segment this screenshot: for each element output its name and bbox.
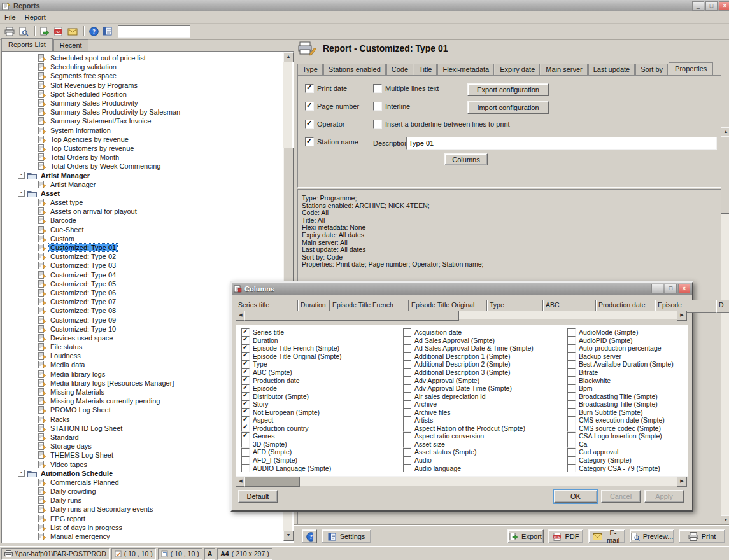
column-option[interactable]: AFD_f (Smpte) — [241, 456, 399, 465]
column-option[interactable]: AUDIO Language (Smpte) — [241, 464, 399, 472]
checkbox[interactable] — [567, 432, 576, 440]
default-button[interactable]: Default — [238, 490, 278, 503]
ok-button[interactable]: OK — [554, 490, 597, 503]
tree-item[interactable]: Barcode — [3, 216, 283, 225]
checkbox[interactable] — [373, 102, 382, 111]
minimize-button[interactable]: _ — [692, 1, 704, 11]
checkbox[interactable] — [403, 368, 411, 377]
checkbox[interactable] — [567, 336, 576, 344]
checkbox[interactable] — [403, 376, 411, 384]
property-option[interactable]: Print date — [305, 80, 359, 97]
dialog-close-button[interactable]: × — [678, 284, 690, 293]
tree-item[interactable]: Scheduling validation — [3, 62, 283, 71]
checkbox[interactable] — [403, 448, 411, 456]
column-option[interactable]: Aspect Ration of the Prodcut (Smpte) — [403, 424, 563, 433]
tree-item[interactable]: Summary Sales Productivity by Salesman — [3, 108, 283, 116]
column-option[interactable]: CMS source codec (Smpte) — [567, 424, 685, 433]
pdf-icon[interactable]: PDF — [52, 25, 65, 37]
column-option[interactable]: Series title — [241, 328, 399, 337]
column-option[interactable]: Story — [241, 400, 399, 409]
property-option[interactable]: Insert a borderline between lines to pri… — [373, 115, 510, 133]
checkbox[interactable] — [403, 432, 411, 440]
scroll-right-icon[interactable]: ▶ — [677, 311, 687, 321]
dialog-minimize-button[interactable]: _ — [651, 284, 663, 293]
column-option[interactable]: CSA Logo Insertion (Smpte) — [567, 432, 685, 440]
import-configuration-button[interactable]: Import configuration — [467, 101, 549, 114]
column-option[interactable]: Not European (Smpte) — [241, 408, 399, 416]
tab-reports-list[interactable]: Reports List — [1, 38, 53, 51]
checkbox[interactable] — [567, 440, 576, 448]
pdf-button[interactable]: PDF PDF — [548, 529, 583, 543]
checkbox[interactable] — [403, 384, 411, 393]
tree-item[interactable]: Customized: Type 01 — [3, 243, 283, 252]
tab-sort-by[interactable]: Sort by — [635, 64, 668, 75]
checkbox[interactable] — [567, 376, 576, 384]
checkbox[interactable] — [567, 360, 576, 368]
column-option[interactable]: Backup server — [567, 353, 685, 361]
list-horizontal-scrollbar[interactable]: ◀ ▶ — [236, 477, 687, 486]
tab-main-server[interactable]: Main server — [541, 64, 587, 75]
checkbox[interactable] — [403, 456, 411, 465]
checkbox[interactable] — [567, 384, 576, 393]
column-option[interactable]: Artists — [403, 416, 563, 424]
checkbox[interactable] — [567, 344, 576, 353]
tree-item[interactable]: Cue-Sheet — [3, 225, 283, 234]
column-option[interactable]: Broadcasting Title (Smpte) — [567, 392, 685, 400]
checkbox[interactable] — [403, 344, 411, 353]
tab-stations-enabled[interactable]: Stations enabled — [323, 64, 386, 75]
toolbar-input[interactable] — [118, 25, 190, 38]
column-option[interactable]: Additional Description 2 (Smpte) — [403, 360, 563, 368]
column-option[interactable]: Additional Description 1 (Smpte) — [403, 353, 563, 361]
column-option[interactable]: Episode — [241, 384, 399, 393]
column-option[interactable]: Ad Sales Approval (Smpte) — [403, 337, 563, 345]
column-option[interactable]: AFD (Smpte) — [241, 448, 399, 456]
tree-item[interactable]: Slot Revenues by Programs — [3, 81, 283, 90]
checkbox[interactable] — [567, 448, 576, 456]
tab-type[interactable]: Type — [297, 64, 323, 75]
print-icon[interactable] — [3, 25, 16, 37]
tree-item[interactable]: Customized: Type 02 — [3, 252, 283, 261]
column-option[interactable]: Bitrate — [567, 368, 685, 377]
checkbox[interactable] — [567, 416, 576, 424]
print-button[interactable]: Print — [679, 529, 725, 543]
dialog-titlebar[interactable]: Columns _ □ × — [232, 283, 692, 295]
column-option[interactable]: Cad approval — [567, 448, 685, 456]
column-option[interactable]: Duration — [241, 337, 399, 345]
column-option[interactable]: Audio language — [403, 464, 563, 472]
checkbox[interactable] — [567, 328, 576, 337]
tree-item[interactable]: System Information — [3, 126, 283, 135]
tab-code[interactable]: Code — [386, 64, 413, 75]
dialog-maximize-button[interactable]: □ — [665, 284, 677, 293]
apply-button[interactable]: Apply — [644, 490, 684, 503]
column-option[interactable]: Additional Description 3 (Smpte) — [403, 368, 563, 377]
checkbox[interactable] — [373, 84, 382, 93]
column-option[interactable]: Adv Approval Date Time (Smpte) — [403, 384, 563, 393]
column-option[interactable]: Asset status (Smpte) — [403, 448, 563, 456]
checkbox[interactable] — [403, 360, 411, 368]
tree-item[interactable]: Summary Statement/Tax Invoice — [3, 116, 283, 125]
tree-item[interactable]: Custom — [3, 234, 283, 243]
checkbox[interactable] — [403, 336, 411, 344]
menu-report[interactable]: Report — [20, 12, 50, 22]
checkbox[interactable] — [241, 440, 250, 448]
scroll-thumb[interactable] — [244, 477, 300, 487]
checkbox[interactable] — [305, 84, 314, 93]
tree-item[interactable]: Top Customers by revenue — [3, 144, 283, 153]
checkbox[interactable] — [403, 352, 411, 360]
checkbox[interactable] — [403, 392, 411, 400]
column-option[interactable]: Burn Subtitle (Smpte) — [567, 408, 685, 416]
property-option[interactable]: Station name — [305, 133, 359, 151]
property-option[interactable]: Operator — [305, 115, 359, 133]
column-option[interactable]: Broadcasting Title (Smpte) — [567, 400, 685, 409]
tree-item[interactable]: Top Agencies by revenue — [3, 135, 283, 144]
column-option[interactable]: 3D (Smpte) — [241, 440, 399, 449]
checkbox[interactable] — [241, 448, 250, 456]
report-scrollbar[interactable]: ▲ ▼ — [721, 127, 729, 526]
tree-item[interactable]: Scheduled spot out of price list — [3, 53, 283, 62]
checkbox[interactable] — [567, 408, 576, 416]
settings-button[interactable]: Settings — [322, 529, 371, 543]
checkbox[interactable] — [567, 456, 576, 465]
export-icon[interactable] — [38, 25, 51, 37]
email-icon[interactable] — [66, 25, 79, 37]
column-option[interactable]: Production date — [241, 376, 399, 384]
